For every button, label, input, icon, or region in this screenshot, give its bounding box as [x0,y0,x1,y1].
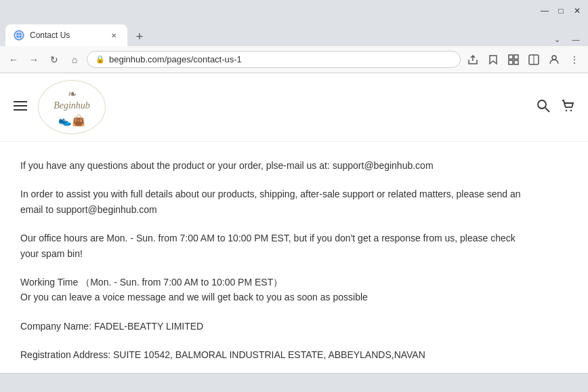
svg-point-17 [570,109,572,111]
split-view-icon[interactable] [526,52,542,68]
minimize-button[interactable]: — [539,5,550,16]
tab-favicon [14,30,24,41]
tab-close-button[interactable]: ✕ [108,30,119,41]
cart-button[interactable] [561,99,574,116]
svg-rect-7 [509,60,513,64]
address-input[interactable]: 🔒 beginhub.com/pages/contact-us-1 [87,51,461,68]
paragraph-4: Or you can leave a voice message and we … [20,292,368,302]
main-content: If you have any questions about the prod… [0,142,555,373]
svg-rect-5 [514,55,518,59]
bookmark-icon[interactable] [485,52,501,68]
paragraph-1: If you have any questions about the prod… [20,158,535,173]
menu-icon[interactable]: ⋮ [566,52,583,68]
extension-icon[interactable] [505,52,522,68]
company-name: Company Name: FADEL-BEATTY LIMITED [20,319,535,334]
forward-button[interactable]: → [26,52,42,68]
url-text: beginhub.com/pages/contact-us-1 [109,54,452,64]
search-button[interactable] [537,99,550,116]
refresh-button[interactable]: ↻ [46,52,62,68]
site-logo: ❧ Beginhub 👟👜 [38,80,106,134]
title-bar: — □ ✕ [0,0,588,22]
bottom-bar [0,373,588,392]
registration-address: Registration Address: SUITE 10542, BALMO… [20,347,535,362]
tab-right-controls: ⌄ — [550,33,583,46]
svg-rect-6 [514,60,518,64]
profile-icon[interactable] [546,52,562,68]
toolbar-icons: ⋮ [465,52,583,68]
tab-bar: Contact Us ✕ + ⌄ — [0,22,588,46]
svg-marker-3 [490,56,497,64]
registration-label: Registration Address: SUITE 10542, BALMO… [20,349,425,360]
svg-point-14 [538,100,546,109]
hamburger-button[interactable] [14,100,27,115]
home-button[interactable]: ⌂ [66,52,83,68]
page-content: ❧ Beginhub 👟👜 If you have any questions … [0,73,588,373]
site-nav: ❧ Beginhub 👟👜 [0,73,588,142]
svg-point-16 [566,109,567,111]
svg-line-15 [545,108,549,112]
close-button[interactable]: ✕ [572,5,583,16]
logo-text: Beginhub [54,100,90,111]
paragraph-2: In order to assist you with full details… [20,187,535,217]
working-time-label: Working Time （Mon. - Sun. from 7:00 AM t… [20,277,282,288]
back-button[interactable]: ← [5,52,22,68]
window-controls: — □ ✕ [539,5,583,16]
svg-rect-4 [509,55,513,59]
tab-title: Contact Us [30,31,103,40]
tab-minimize-button[interactable]: — [569,33,583,46]
share-icon[interactable] [465,52,481,68]
new-tab-button[interactable]: + [130,27,149,46]
svg-point-10 [552,56,556,60]
maximize-button[interactable]: □ [555,5,566,16]
nav-right [537,99,574,116]
tab-list-button[interactable]: ⌄ [550,33,564,46]
paragraph-3: Our office hours are Mon. - Sun. from 7:… [20,231,535,261]
logo-inner: ❧ Beginhub 👟👜 [49,83,94,131]
working-time: Working Time （Mon. - Sun. from 7:00 AM t… [20,275,535,305]
lock-icon: 🔒 [96,55,105,64]
address-bar: ← → ↻ ⌂ 🔒 beginhub.com/pages/contact-us-… [0,46,588,73]
active-tab[interactable]: Contact Us ✕ [5,24,127,46]
